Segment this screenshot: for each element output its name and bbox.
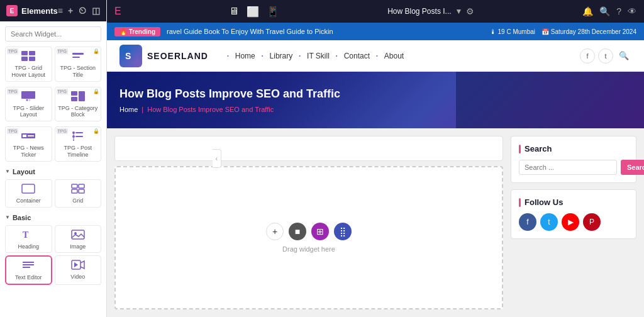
sidebar-collapse-handle[interactable]: ‹ <box>213 149 221 168</box>
sidebar-search-input[interactable] <box>519 160 617 175</box>
social-twitter-btn[interactable]: t <box>598 48 613 64</box>
widget-image[interactable]: Image <box>55 225 102 253</box>
search-widget: Search Search <box>511 136 636 183</box>
topbar-eye-icon[interactable]: 👁 <box>628 6 636 16</box>
topbar-right-icons: 🔔 🔍 ? 👁 <box>582 6 636 16</box>
nav-social: f t 🔍 <box>580 48 631 64</box>
svg-rect-5 <box>72 57 80 58</box>
video-label: Video <box>70 274 85 281</box>
section-title-label: TPG - Section Title <box>58 65 99 79</box>
news-ticker-label: TPG - News Ticker <box>8 145 49 158</box>
nav-link-contact[interactable]: Contact <box>341 52 373 60</box>
desktop-icon[interactable]: 🖥 <box>229 6 239 17</box>
lock-icon: 🔒 <box>93 48 99 54</box>
follow-icons: f t ▶ P <box>519 213 628 231</box>
svg-rect-22 <box>22 184 35 193</box>
widget-grid-hover[interactable]: TPG TPG - Grid Hover Layout <box>5 47 52 82</box>
hero-breadcrumb: Home | How Blog Posts Improve SEO and Tr… <box>119 106 631 113</box>
svg-rect-30 <box>23 262 34 263</box>
hero-banner: How Blog Posts Improve SEO and Traffic H… <box>107 72 644 128</box>
image-label: Image <box>70 243 86 250</box>
follow-pinterest-icon[interactable]: P <box>583 213 601 231</box>
widget-section-title[interactable]: TPG 🔒 TPG - Section Title <box>55 47 102 82</box>
widget-grid[interactable]: Grid <box>55 179 102 208</box>
widget-grid-row3: TPG TPG - News Ticker TPG 🔒 TPG - Post T… <box>0 124 106 164</box>
mobile-icon[interactable]: 📱 <box>267 6 279 18</box>
topbar-left-icons: E <box>114 6 121 17</box>
widget-video[interactable]: Video <box>55 255 102 285</box>
sidebar-plus-icon[interactable]: + <box>68 6 73 16</box>
basic-section-title[interactable]: Basic <box>0 210 106 223</box>
tablet-icon[interactable]: ⬜ <box>247 6 259 18</box>
drop-zone-buttons: + ■ ⊞ ⣿ <box>266 223 352 240</box>
sidebar-title: Elements <box>21 6 58 16</box>
sidebar-menu-icon[interactable]: ≡ <box>58 6 63 16</box>
widget-news-ticker[interactable]: TPG TPG - News Ticker <box>5 126 52 162</box>
widget-slider-layout[interactable]: TPG TPG - Slider Layout <box>5 87 52 122</box>
drop-btn-grid[interactable]: ⊞ <box>311 223 329 240</box>
widget-grid-row1: TPG TPG - Grid Hover Layout TPG 🔒 TPG - … <box>0 44 106 84</box>
follow-youtube-icon[interactable]: ▶ <box>562 213 579 231</box>
breadcrumb-home[interactable]: Home <box>119 106 138 113</box>
nav-link-home[interactable]: Home <box>232 52 258 60</box>
drop-btn-square[interactable]: ■ <box>289 223 306 240</box>
widget-badge: TPG <box>7 128 18 134</box>
widget-category-block[interactable]: TPG 🔒 TPG - Category Block <box>55 87 102 122</box>
follow-facebook-icon[interactable]: f <box>519 213 536 231</box>
right-sidebar: Search Search Follow Us f t ▶ P <box>511 136 636 309</box>
elementor-home-icon[interactable]: E <box>114 6 121 17</box>
nav-links: • Home • Library • IT Skill • Contact • … <box>227 52 574 60</box>
sidebar-responsive-icon[interactable]: ◫ <box>92 6 100 16</box>
widget-container[interactable]: Container <box>5 179 52 208</box>
ticker-bar: 🔥 Trending ravel Guide Book To Enjoy Wit… <box>107 23 644 40</box>
social-facebook-btn[interactable]: f <box>580 48 595 64</box>
lock-icon: 🔒 <box>93 128 99 134</box>
widget-search-input[interactable] <box>5 26 101 42</box>
sidebar-search-button[interactable]: Search <box>621 160 644 175</box>
drop-zone-text: Drag widget here <box>282 245 335 253</box>
content-placeholder-top <box>114 136 503 161</box>
device-icons: 🖥 ⬜ 📱 <box>229 6 279 18</box>
sidebar-header-actions: ≡ + ⏲ ◫ <box>58 6 100 16</box>
svg-rect-3 <box>29 57 35 61</box>
svg-rect-13 <box>23 135 26 137</box>
topbar-bell-icon[interactable]: 🔔 <box>582 6 593 16</box>
widget-text-editor[interactable]: Text Editor <box>5 255 52 285</box>
content-area: + ■ ⊞ ⣿ Drag widget here Search Search <box>107 128 644 317</box>
widget-badge: TPG <box>7 89 18 94</box>
svg-point-17 <box>72 135 75 138</box>
nav-link-itskill[interactable]: IT Skill <box>304 52 333 60</box>
nav-search-btn[interactable]: 🔍 <box>616 48 631 64</box>
ticker-weather: 🌡 19 C Mumbai <box>490 28 535 35</box>
grid-hover-icon <box>21 51 35 63</box>
topbar-search-icon[interactable]: 🔍 <box>599 6 610 16</box>
svg-rect-31 <box>23 264 34 265</box>
heading-icon: T <box>21 230 35 242</box>
topbar-help-icon[interactable]: ? <box>616 6 621 16</box>
svg-point-7 <box>26 99 28 101</box>
follow-twitter-icon[interactable]: t <box>540 213 558 231</box>
breadcrumb-current: How Blog Posts Improve SEO and Traffic <box>147 106 274 113</box>
svg-rect-25 <box>72 189 77 193</box>
svg-rect-18 <box>75 136 83 137</box>
nav-link-about[interactable]: About <box>381 52 407 60</box>
svg-rect-26 <box>79 189 84 193</box>
svg-rect-11 <box>71 97 77 101</box>
widget-badge: TPG <box>7 48 18 54</box>
nav-link-library[interactable]: Library <box>267 52 296 60</box>
heading-label: Heading <box>18 243 39 250</box>
svg-rect-1 <box>29 51 35 55</box>
topbar-dropdown-icon[interactable]: ▼ <box>455 7 463 16</box>
drop-btn-add[interactable]: + <box>266 223 284 240</box>
widget-post-timeline[interactable]: TPG 🔒 TPG - Post Timeline <box>55 126 102 162</box>
category-block-label: TPG - Category Block <box>58 105 99 119</box>
sidebar-header: E Elements ≡ + ⏲ ◫ <box>0 0 106 21</box>
drop-btn-apps[interactable]: ⣿ <box>334 223 352 240</box>
nav-bar: S SEOERLAND • Home • Library • IT Skill … <box>107 40 644 72</box>
widget-drop-zone[interactable]: + ■ ⊞ ⣿ Drag widget here <box>114 166 503 309</box>
layout-section-title[interactable]: Layout <box>0 164 106 177</box>
elementor-logo-icon: E <box>6 5 18 16</box>
topbar-settings-icon[interactable]: ⚙ <box>466 6 474 16</box>
widget-heading[interactable]: T Heading <box>5 225 52 253</box>
sidebar-history-icon[interactable]: ⏲ <box>78 6 87 16</box>
